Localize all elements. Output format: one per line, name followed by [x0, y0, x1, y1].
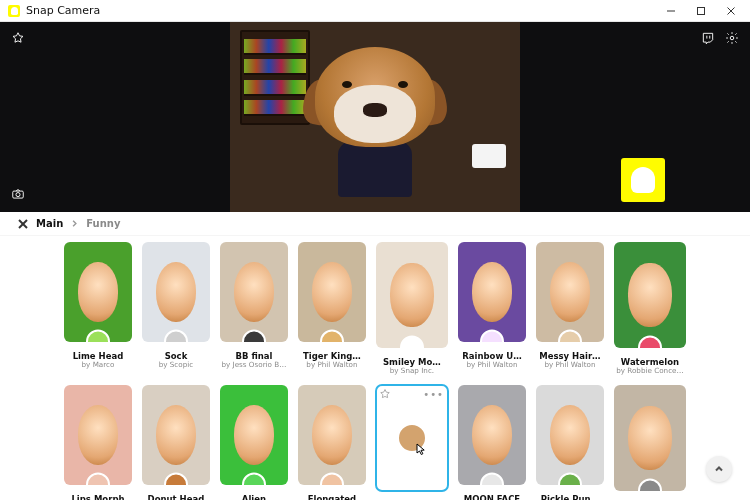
lens-thumbnail: [298, 385, 366, 485]
lens-card[interactable]: Smiley Mo…by Snap Inc.: [376, 242, 448, 375]
star-icon[interactable]: [379, 388, 391, 400]
svg-rect-1: [698, 7, 705, 14]
lens-name: Sock: [142, 352, 210, 361]
lens-thumbnail: [458, 385, 526, 485]
lens-card[interactable]: Watermelonby Robbie Conce…: [614, 242, 686, 375]
lens-name: MOON FACE: [458, 495, 526, 500]
lens-thumbnail: [614, 385, 686, 491]
lens-name: Messy Hair…: [536, 352, 604, 361]
lens-effect-dog-head: [300, 45, 450, 195]
lens-card[interactable]: Lime Headby Marco: [64, 242, 132, 375]
lens-author: by Snap Inc.: [376, 367, 448, 375]
lens-name: Alien: [220, 495, 288, 500]
lens-thumbnail: [64, 242, 132, 342]
lens-card[interactable]: Messy Hair…by Phil Walton: [536, 242, 604, 375]
lens-name: Pickle Pun…: [536, 495, 604, 500]
lens-name: Lime Head: [64, 352, 132, 361]
lens-thumbnail: [614, 242, 686, 348]
lens-grid: Lime Headby MarcoSockby ScopicBB finalby…: [64, 242, 686, 500]
snap-camera-window: Snap Camera: [0, 0, 750, 500]
favorite-lens-button[interactable]: [8, 28, 28, 48]
lens-thumbnail: [220, 242, 288, 342]
lens-avatar-icon: [320, 473, 344, 485]
lens-avatar-icon: [558, 330, 582, 342]
svg-point-6: [730, 36, 734, 40]
breadcrumb: Main Funny: [0, 212, 750, 236]
lens-avatar-icon: [242, 330, 266, 342]
lens-avatar-icon: [638, 479, 662, 491]
lens-avatar-icon: [480, 330, 504, 342]
lens-name: Tiger King…: [298, 352, 366, 361]
lens-card[interactable]: Tiger King…by Phil Walton: [298, 242, 366, 375]
lens-avatar-icon: [400, 336, 424, 348]
maximize-button[interactable]: [686, 0, 716, 22]
lens-card[interactable]: MOON FACEby jp pirie: [458, 385, 526, 500]
lens-thumbnail: [376, 242, 448, 348]
lens-thumbnail: •••: [376, 385, 448, 491]
chevron-right-icon: [71, 220, 78, 227]
lens-card[interactable]: Donkey H…by Sergio Rodriguez: [614, 385, 686, 500]
lens-name: BB final: [220, 352, 288, 361]
lens-card[interactable]: •••Layla Headby Sergio Rodriguez: [376, 385, 448, 500]
lens-author: by Phil Walton: [458, 361, 526, 369]
back-to-top-button[interactable]: [706, 456, 732, 482]
lens-avatar-icon: [164, 473, 188, 485]
lens-card[interactable]: Lips Morphby Snap Inc.: [64, 385, 132, 500]
titlebar: Snap Camera: [0, 0, 750, 22]
capture-button[interactable]: [8, 184, 28, 204]
lens-card[interactable]: Elongatedby Nicholas Osta…: [298, 385, 366, 500]
lens-thumbnail: [458, 242, 526, 342]
lens-card[interactable]: Pickle Pun…by Snap Inc.: [536, 385, 604, 500]
camera-preview-panel: [0, 22, 750, 212]
snapcode-badge[interactable]: [621, 158, 665, 202]
snap-logo-icon: [8, 5, 20, 17]
lens-grid-scroll[interactable]: Lime Headby MarcoSockby ScopicBB finalby…: [0, 236, 750, 500]
lens-thumbnail: [536, 242, 604, 342]
mouse-cursor-icon: [416, 440, 428, 452]
lens-author: by Marco: [64, 361, 132, 369]
lens-name: Rainbow U…: [458, 352, 526, 361]
breadcrumb-leaf: Funny: [86, 218, 120, 229]
lens-author: by Robbie Conce…: [614, 367, 686, 375]
background-printer: [472, 144, 506, 168]
lens-thumbnail: [64, 385, 132, 485]
lens-avatar-icon: [480, 473, 504, 485]
lens-card[interactable]: BB finalby Jess Osorio B…: [220, 242, 288, 375]
camera-feed: [230, 22, 520, 212]
lens-author: by Scopic: [142, 361, 210, 369]
window-title: Snap Camera: [26, 4, 100, 17]
lens-card[interactable]: Rainbow U…by Phil Walton: [458, 242, 526, 375]
settings-button[interactable]: [722, 28, 742, 48]
lens-thumbnail: [142, 385, 210, 485]
lens-more-button[interactable]: •••: [423, 389, 444, 400]
close-category-button[interactable]: [18, 219, 28, 229]
lens-author: by Phil Walton: [536, 361, 604, 369]
lens-card[interactable]: Alienby Snap Inc.: [220, 385, 288, 500]
lens-thumbnail: [142, 242, 210, 342]
lens-avatar-icon: [242, 473, 266, 485]
lens-thumbnail: [536, 385, 604, 485]
lens-avatar-icon: [86, 330, 110, 342]
lens-thumbnail: [220, 385, 288, 485]
lens-avatar-icon: [86, 473, 110, 485]
minimize-button[interactable]: [656, 0, 686, 22]
twitch-icon[interactable]: [698, 28, 718, 48]
ghost-icon: [631, 167, 655, 193]
lens-avatar-icon: [320, 330, 344, 342]
lens-name: Smiley Mo…: [376, 358, 448, 367]
breadcrumb-root[interactable]: Main: [36, 218, 63, 229]
lens-name: Watermelon: [614, 358, 686, 367]
lens-card[interactable]: Donut Headby Michael Porter: [142, 385, 210, 500]
lens-avatar-icon: [638, 336, 662, 348]
lens-card[interactable]: Sockby Scopic: [142, 242, 210, 375]
lens-name: Elongated: [298, 495, 366, 500]
close-button[interactable]: [716, 0, 746, 22]
lens-thumbnail: [298, 242, 366, 342]
lens-author: by Phil Walton: [298, 361, 366, 369]
lens-avatar-icon: [164, 330, 188, 342]
lens-name: Donut Head: [142, 495, 210, 500]
lens-author: by Jess Osorio B…: [220, 361, 288, 369]
svg-point-8: [16, 193, 20, 197]
lens-name: Lips Morph: [64, 495, 132, 500]
lens-avatar-icon: [558, 473, 582, 485]
